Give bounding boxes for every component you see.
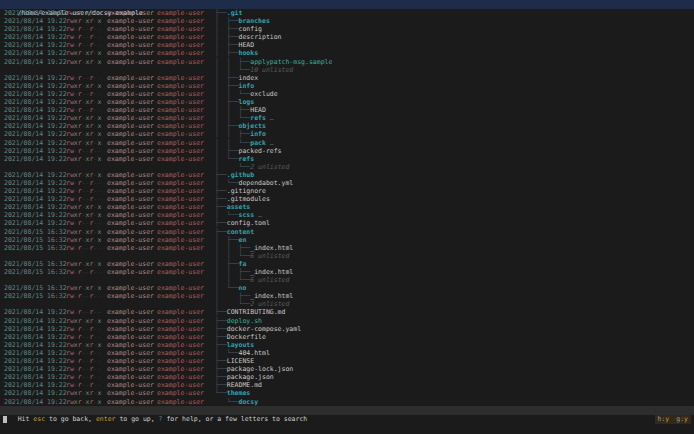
tree-row[interactable]: 2021/08/15 16:32 rwxr-xr-x example-user … — [0, 236, 694, 244]
tree-row[interactable]: 2021/08/14 19:22 rw-r--r-- example-user … — [0, 308, 694, 316]
entry-name: no — [238, 284, 246, 292]
tree-cell: │ └──refs — [215, 155, 694, 163]
group: example-user — [157, 325, 215, 333]
tree-branch-lines: │ │ ├── — [215, 244, 250, 252]
tree-row[interactable]: │ │ └──10 unlisted — [0, 66, 694, 74]
tree-row[interactable]: 2021/08/14 19:22 rwxr-xr-x example-user … — [0, 389, 694, 397]
permissions: rw-r--r-- — [66, 349, 107, 357]
tree-row[interactable]: 2021/08/15 16:32 rw-r--r-- example-user … — [0, 268, 694, 276]
group: example-user — [157, 171, 215, 179]
tree-branch-lines: │ ├── — [215, 25, 238, 33]
entry-name: Dockerfile — [227, 333, 266, 341]
group — [157, 252, 215, 260]
tree-row[interactable]: 2021/08/14 19:22 rw-r--r-- example-user … — [0, 373, 694, 381]
tree-cell: │ │ └──refs … — [215, 114, 694, 122]
tree-row[interactable]: 2021/08/14 19:22 rw-r--r-- example-user … — [0, 41, 694, 49]
tree-row[interactable]: 2021/08/14 19:22 rw-r--r-- example-user … — [0, 147, 694, 155]
tree-row[interactable]: 2021/08/14 19:22 rwxr-xr-x example-user … — [0, 203, 694, 211]
tree-row[interactable]: 2021/08/14 19:22 rw-r--r-- example-user … — [0, 187, 694, 195]
tree-row[interactable]: 2021/08/14 19:22 rw-r--r-- example-user … — [0, 106, 694, 114]
tree-cell: ├──config.toml — [215, 219, 694, 227]
tree-row[interactable]: 2021/08/14 19:22 rwxr-xr-x example-user … — [0, 130, 694, 138]
group: example-user — [157, 365, 215, 373]
permissions: rwxr-xr-x — [66, 17, 107, 25]
search-input[interactable] — [3, 416, 7, 423]
tree-row[interactable]: 2021/08/14 19:22 rwxr-xr-x example-user … — [0, 49, 694, 57]
group: example-user — [157, 139, 215, 147]
group: example-user — [157, 203, 215, 211]
owner: example-user — [107, 130, 157, 138]
tree-row[interactable]: 2021/08/14 19:22 rw-r--r-- example-user … — [0, 333, 694, 341]
tree-row[interactable]: 2021/08/14 19:22 rwxr-xr-x example-user … — [0, 341, 694, 349]
modified-date: 2021/08/14 19:22 — [0, 308, 66, 316]
tree-row[interactable]: 2021/08/14 19:22 rwxr-xr-x example-user … — [0, 122, 694, 130]
tree-row[interactable]: 2021/08/14 19:22 rwxr-xr-x example-user … — [0, 211, 694, 219]
tree-row[interactable]: 2021/08/15 16:32 rw-r--r-- example-user … — [0, 292, 694, 300]
tree-row[interactable]: 2021/08/15 16:32 rwxr-xr-x example-user … — [0, 228, 694, 236]
tree-row[interactable]: 2021/08/14 19:22 rwxr-xr-x example-user … — [0, 155, 694, 163]
tree-row[interactable]: 2021/08/14 19:22 rwxr-xr-x example-user … — [0, 98, 694, 106]
tree-row[interactable]: 2021/08/14 19:22 rw-r--r-- example-user … — [0, 325, 694, 333]
modified-date: 2021/08/14 19:22 — [0, 341, 66, 349]
tree-row[interactable]: │ │ └──6 unlisted — [0, 252, 694, 260]
tree-row[interactable]: │ │ └──6 unlisted — [0, 276, 694, 284]
tree-row[interactable]: 2021/08/14 19:22 rw-r--r-- example-user … — [0, 219, 694, 227]
modified-date: 2021/08/14 19:22 — [0, 106, 66, 114]
tree-row[interactable]: 2021/08/14 19:22 rw-r--r-- example-user … — [0, 90, 694, 98]
entry-name: applypatch-msg.sample — [250, 58, 332, 66]
permissions: rwxr-xr-x — [66, 122, 107, 130]
tree-row[interactable]: 2021/08/15 16:32 rw-r--r-- example-user … — [0, 244, 694, 252]
entry-name: en — [238, 236, 246, 244]
tree-row[interactable]: 2021/08/15 16:32 rwxr-xr-x example-user … — [0, 260, 694, 268]
tree-branch-lines: │ │ ├── — [215, 106, 250, 114]
entry-name: 404.html — [238, 349, 269, 357]
owner — [107, 276, 157, 284]
tree-row[interactable]: 2021/08/14 19:22 rwxr-xr-x example-user … — [0, 17, 694, 25]
tree-row[interactable]: 2021/08/14 19:22 rwxr-xr-x example-user … — [0, 139, 694, 147]
permissions: rw-r--r-- — [66, 25, 107, 33]
tree-row[interactable]: 2021/08/14 19:22 rwxr-xr-x example-user … — [0, 82, 694, 90]
tree-row[interactable]: 2021/08/14 19:22 rwxr-xr-x example-user … — [0, 9, 694, 17]
tree-row[interactable]: 2021/08/14 19:22 rw-r--r-- example-user … — [0, 33, 694, 41]
group: example-user — [157, 308, 215, 316]
permissions: rw-r--r-- — [66, 179, 107, 187]
modified-date: 2021/08/14 19:22 — [0, 203, 66, 211]
owner: example-user — [107, 98, 157, 106]
tree-cell: │ ├──en — [215, 236, 694, 244]
tree-row[interactable]: 2021/08/14 19:22 rw-r--r-- example-user … — [0, 357, 694, 365]
tree-row[interactable]: 2021/08/14 19:22 rw-r--r-- example-user … — [0, 349, 694, 357]
owner — [107, 300, 157, 308]
tree-branch-lines: │ │ └── — [215, 139, 250, 147]
tree-row[interactable]: 2021/08/14 19:22 rwxr-xr-x example-user … — [0, 171, 694, 179]
tree-branch-lines: ├── — [215, 171, 227, 179]
group — [157, 163, 215, 171]
tree-row[interactable]: 2021/08/14 19:22 rwxr-xr-x example-user … — [0, 114, 694, 122]
tree-row[interactable]: │ └──2 unlisted — [0, 163, 694, 171]
tree-row[interactable]: │ └──2 unlisted — [0, 300, 694, 308]
permissions: rw-r--r-- — [66, 33, 107, 41]
tree-row[interactable]: 2021/08/14 19:22 rw-r--r-- example-user … — [0, 179, 694, 187]
tree-row[interactable]: 2021/08/14 19:22 rw-r--r-- example-user … — [0, 25, 694, 33]
group: example-user — [157, 236, 215, 244]
owner: example-user — [107, 357, 157, 365]
tree-row[interactable]: 2021/08/14 19:22 rw-r--r-- example-user … — [0, 381, 694, 389]
permissions: rw-r--r-- — [66, 381, 107, 389]
tree-row[interactable]: 2021/08/14 19:22 rwxr-xr-x example-user … — [0, 398, 694, 406]
tree-branch-lines: ├── — [215, 317, 227, 325]
path-bar[interactable]: /home/example-user/docsy-example — [0, 0, 694, 9]
owner: example-user — [107, 41, 157, 49]
modified-date: 2021/08/14 19:22 — [0, 365, 66, 373]
modified-date: 2021/08/14 19:22 — [0, 9, 66, 17]
tree-row[interactable]: 2021/08/14 19:22 rw-r--r-- example-user … — [0, 195, 694, 203]
tree-cell: │ └──2 unlisted — [215, 300, 694, 308]
group — [157, 66, 215, 74]
tree-cell: │ └──scss … — [215, 211, 694, 219]
permissions: rw-r--r-- — [66, 106, 107, 114]
tree-row[interactable]: 2021/08/14 19:22 rw-r--r-- example-user … — [0, 365, 694, 373]
tree-row[interactable]: 2021/08/14 19:22 rwxr-xr-x example-user … — [0, 58, 694, 66]
tree-row[interactable]: 2021/08/14 19:22 rwxr-xr-x example-user … — [0, 317, 694, 325]
entry-name: config — [238, 25, 261, 33]
tree-cell: │ ├──HEAD — [215, 41, 694, 49]
tree-row[interactable]: 2021/08/15 16:32 rwxr-xr-x example-user … — [0, 284, 694, 292]
tree-row[interactable]: 2021/08/14 19:22 rw-r--r-- example-user … — [0, 74, 694, 82]
